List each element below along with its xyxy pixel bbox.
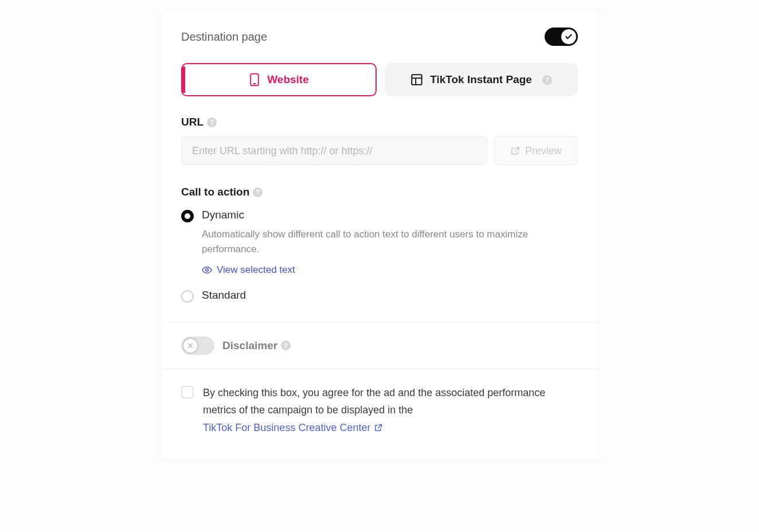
url-input[interactable]: [181, 136, 487, 165]
help-icon[interactable]: ?: [542, 75, 552, 85]
disclaimer-label: Disclaimer: [222, 339, 277, 352]
mobile-icon: [249, 73, 260, 87]
creative-center-link[interactable]: TikTok For Business Creative Center: [203, 419, 383, 437]
svg-rect-1: [253, 83, 256, 84]
check-icon: [561, 29, 576, 44]
agreement-prefix: By checking this box, you agree for the …: [203, 387, 545, 416]
destination-option-website[interactable]: Website: [181, 63, 377, 96]
view-selected-text-label: View selected text: [217, 264, 295, 276]
destination-toggle[interactable]: [545, 28, 578, 46]
cta-dynamic-title: Dynamic: [202, 209, 578, 221]
agreement-text: By checking this box, you agree for the …: [203, 384, 578, 437]
cta-option-dynamic[interactable]: Dynamic Automatically show different cal…: [181, 209, 578, 276]
url-label: URL: [181, 116, 204, 128]
help-icon[interactable]: ?: [281, 341, 291, 350]
disclaimer-toggle[interactable]: [181, 337, 214, 355]
svg-point-5: [206, 268, 209, 271]
destination-option-instant-page[interactable]: TikTok Instant Page ?: [385, 63, 578, 96]
preview-button-label: Preview: [525, 145, 562, 157]
svg-rect-2: [412, 75, 421, 84]
view-selected-text-link[interactable]: View selected text: [202, 264, 295, 276]
close-icon: [182, 338, 198, 354]
cta-dynamic-description: Automatically show different call to act…: [202, 227, 578, 257]
cta-label-row: Call to action ?: [181, 186, 578, 198]
external-link-icon: [510, 146, 521, 156]
eye-icon: [202, 266, 212, 274]
layout-icon: [410, 73, 423, 86]
creative-center-link-label: TikTok For Business Creative Center: [203, 419, 370, 437]
cta-radio-group: Dynamic Automatically show different cal…: [181, 209, 578, 303]
disclaimer-section: Disclaimer ?: [162, 323, 597, 369]
destination-option-instant-label: TikTok Instant Page: [430, 73, 532, 86]
radio-unselected-icon[interactable]: [181, 290, 194, 303]
help-icon[interactable]: ?: [207, 118, 217, 127]
agreement-section: By checking this box, you agree for the …: [162, 369, 597, 460]
agreement-checkbox[interactable]: [181, 386, 194, 398]
destination-section: Destination page Website TikTok Instant …: [162, 11, 597, 323]
url-label-row: URL ?: [181, 116, 578, 128]
destination-option-website-label: Website: [267, 73, 309, 86]
cta-standard-title: Standard: [202, 289, 246, 302]
cta-label: Call to action: [181, 186, 249, 198]
radio-selected-icon[interactable]: [181, 210, 194, 222]
preview-button[interactable]: Preview: [494, 136, 578, 165]
settings-panel: Destination page Website TikTok Instant …: [162, 11, 597, 459]
cta-option-standard[interactable]: Standard: [181, 289, 578, 303]
destination-title: Destination page: [181, 30, 267, 44]
external-link-icon: [374, 423, 383, 432]
help-icon[interactable]: ?: [253, 187, 263, 197]
